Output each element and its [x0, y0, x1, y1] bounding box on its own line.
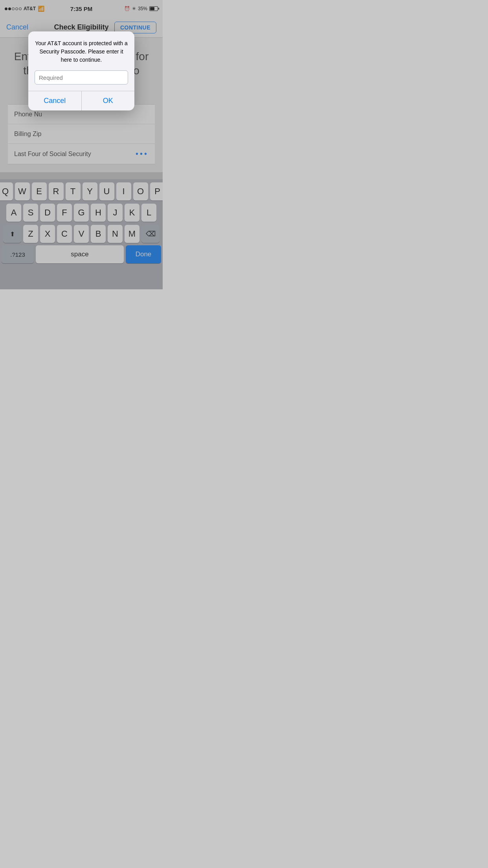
alert-dialog: Your AT&T account is protected with a Se… — [28, 31, 134, 110]
alert-input-container — [28, 70, 134, 85]
alert-message: Your AT&T account is protected with a Se… — [35, 39, 128, 64]
alert-ok-button[interactable]: OK — [82, 91, 135, 110]
alert-overlay: Your AT&T account is protected with a Se… — [0, 0, 163, 289]
page-wrapper: AT&T 📶 7:35 PM ⏰ ✳ 35% Cancel Check Elig… — [0, 0, 163, 289]
alert-body: Your AT&T account is protected with a Se… — [28, 31, 134, 70]
alert-buttons: Cancel OK — [28, 91, 134, 110]
alert-cancel-button[interactable]: Cancel — [28, 91, 82, 110]
passcode-input[interactable] — [35, 70, 128, 85]
